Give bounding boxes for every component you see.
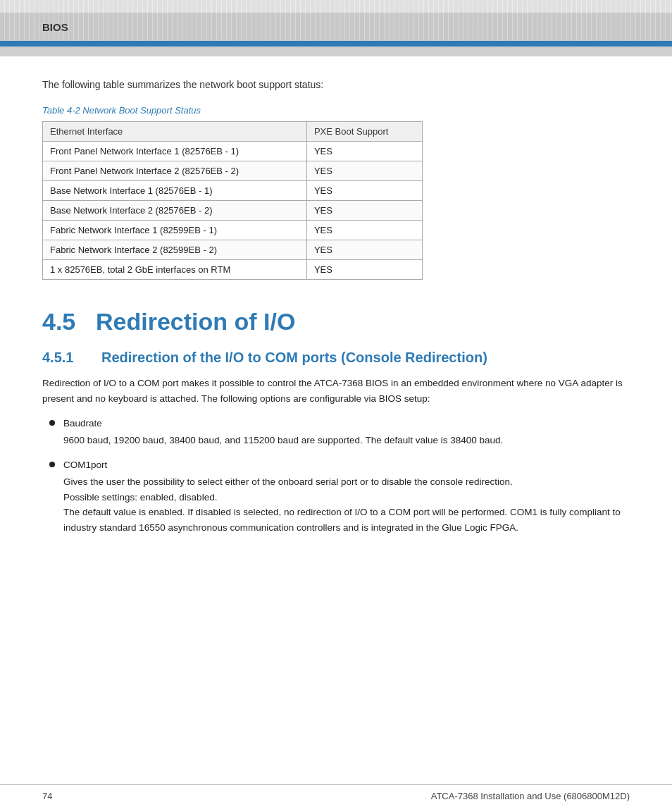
col-header-pxe: PXE Boot Support [306, 122, 422, 142]
cell-interface: Base Network Interface 2 (82576EB - 2) [43, 201, 307, 221]
bullet-content: COM1portGives the user the possibility t… [63, 457, 630, 535]
bullet-desc: Gives the user the possibility to select… [63, 474, 630, 535]
header-title: BIOS [42, 21, 68, 33]
header-stripe [0, 47, 672, 56]
bullet-dot-icon [49, 462, 55, 467]
table-row: Fabric Network Interface 1 (82599EB - 1)… [43, 221, 423, 240]
cell-interface: Base Network Interface 1 (82576EB - 1) [43, 181, 307, 201]
header-main-bar: BIOS [0, 13, 672, 41]
bullet-dot-icon [49, 420, 55, 426]
cell-pxe: YES [306, 260, 422, 280]
table-row: 1 x 82576EB, total 2 GbE interfaces on R… [43, 260, 423, 280]
cell-pxe: YES [306, 181, 422, 201]
list-item: COM1portGives the user the possibility t… [49, 457, 630, 535]
header-top-bar [0, 0, 672, 13]
section-451-heading: 4.5.1 Redirection of the I/O to COM port… [42, 350, 630, 366]
bullet-term: COM1port [63, 457, 630, 473]
cell-interface: Front Panel Network Interface 1 (82576EB… [43, 142, 307, 161]
doc-title: ATCA-7368 Installation and Use (6806800M… [431, 791, 630, 801]
cell-interface: 1 x 82576EB, total 2 GbE interfaces on R… [43, 260, 307, 280]
table-row: Fabric Network Interface 2 (82599EB - 2)… [43, 240, 423, 260]
page-footer: 74 ATCA-7368 Installation and Use (68068… [0, 784, 672, 807]
cell-pxe: YES [306, 240, 422, 260]
section-45-number: 4.5 [42, 308, 85, 335]
cell-pxe: YES [306, 201, 422, 221]
table-row: Base Network Interface 2 (82576EB - 2)YE… [43, 201, 423, 221]
col-header-ethernet: Ethernet Interface [43, 122, 307, 142]
section-451-body: Redirection of I/O to a COM port makes i… [42, 376, 630, 406]
cell-interface: Front Panel Network Interface 2 (82576EB… [43, 161, 307, 181]
bullet-desc: 9600 baud, 19200 baud, 38400 baud, and 1… [63, 433, 630, 448]
cell-pxe: YES [306, 221, 422, 240]
section-451-number: 4.5.1 [42, 350, 92, 366]
section-45-title: Redirection of I/O [96, 308, 295, 335]
cell-pxe: YES [306, 142, 422, 161]
list-item: Baudrate9600 baud, 19200 baud, 38400 bau… [49, 416, 630, 448]
header-accent-bar [0, 41, 672, 47]
cell-interface: Fabric Network Interface 1 (82599EB - 1) [43, 221, 307, 240]
section-45-heading: 4.5 Redirection of I/O [42, 308, 630, 335]
network-boot-table: Ethernet Interface PXE Boot Support Fron… [42, 121, 423, 280]
cell-interface: Fabric Network Interface 2 (82599EB - 2) [43, 240, 307, 260]
bullet-term: Baudrate [63, 416, 630, 431]
table-header-row: Ethernet Interface PXE Boot Support [43, 122, 423, 142]
table-row: Front Panel Network Interface 1 (82576EB… [43, 142, 423, 161]
main-content: The following table summarizes the netwo… [0, 56, 672, 573]
intro-paragraph: The following table summarizes the netwo… [42, 78, 630, 92]
bullet-list: Baudrate9600 baud, 19200 baud, 38400 bau… [49, 416, 630, 535]
table-caption: Table 4-2 Network Boot Support Status [42, 105, 630, 116]
cell-pxe: YES [306, 161, 422, 181]
section-451-title: Redirection of the I/O to COM ports (Con… [101, 350, 487, 366]
table-row: Front Panel Network Interface 2 (82576EB… [43, 161, 423, 181]
table-row: Base Network Interface 1 (82576EB - 1)YE… [43, 181, 423, 201]
bullet-content: Baudrate9600 baud, 19200 baud, 38400 bau… [63, 416, 630, 448]
page-number: 74 [42, 791, 52, 801]
